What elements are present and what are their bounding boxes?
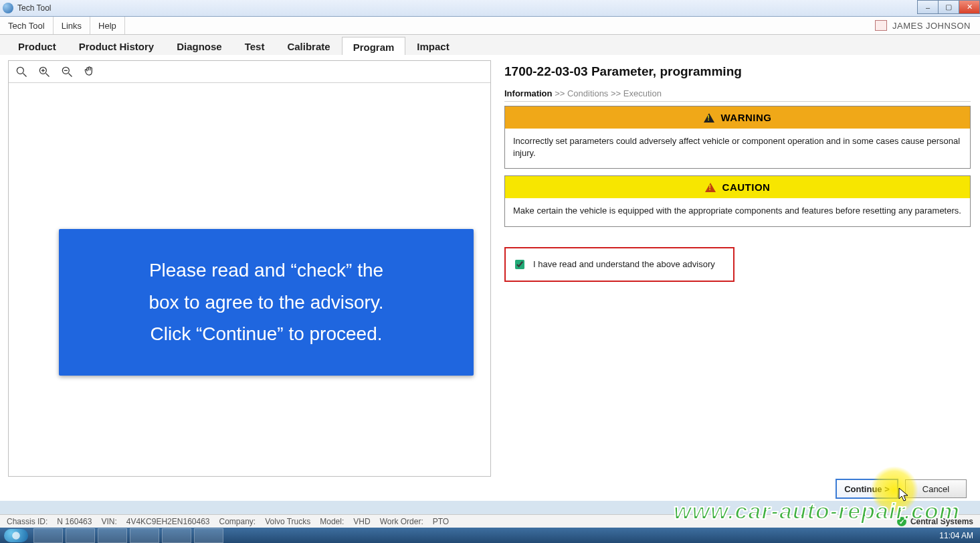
breadcrumb-execution[interactable]: Execution bbox=[623, 88, 662, 98]
overlay-line1: Please read and “check” the bbox=[79, 254, 454, 287]
tab-calibrate[interactable]: Calibrate bbox=[276, 36, 341, 56]
breadcrumb-conditions[interactable]: Conditions bbox=[567, 88, 608, 98]
caution-title: CAUTION bbox=[722, 181, 771, 193]
company-value: Volvo Trucks bbox=[265, 517, 310, 526]
central-systems-label: Central Systems bbox=[910, 517, 973, 526]
continue-button[interactable]: Continue > bbox=[836, 479, 898, 499]
breadcrumb: Information >> Conditions >> Execution bbox=[504, 88, 971, 102]
workorder-value: PTO bbox=[433, 517, 449, 526]
menu-links[interactable]: Links bbox=[54, 17, 90, 34]
close-button[interactable]: ✕ bbox=[959, 0, 980, 14]
titlebar: Tech Tool – ▢ ✕ bbox=[0, 0, 980, 17]
workorder-label: Work Order: bbox=[380, 517, 423, 526]
svg-line-1 bbox=[23, 74, 27, 77]
acknowledgment-label: I have read and understand the above adv… bbox=[533, 259, 715, 269]
button-bar: Continue > Cancel bbox=[0, 477, 980, 501]
company-label: Company: bbox=[219, 517, 256, 526]
start-button[interactable] bbox=[4, 529, 28, 542]
taskbar-item[interactable] bbox=[162, 528, 191, 543]
taskbar-item[interactable] bbox=[98, 528, 127, 543]
acknowledgment-row[interactable]: I have read and understand the above adv… bbox=[504, 247, 734, 282]
caution-header: CAUTION bbox=[505, 176, 970, 198]
central-systems-status: ✓ Central Systems bbox=[897, 517, 973, 526]
pan-hand-icon[interactable] bbox=[81, 64, 98, 79]
warning-title: WARNING bbox=[721, 112, 772, 123]
svg-line-7 bbox=[69, 74, 72, 77]
zoom-in-icon[interactable] bbox=[35, 64, 53, 79]
zoom-fit-icon[interactable] bbox=[13, 64, 30, 79]
tabs-row: Product Product History Diagnose Test Ca… bbox=[0, 35, 980, 57]
tab-program[interactable]: Program bbox=[342, 37, 406, 57]
status-strip: Chassis ID: N 160463 VIN: 4V4KC9EH2EN160… bbox=[0, 514, 980, 528]
warning-box: WARNING Incorrectly set parameters could… bbox=[504, 106, 971, 169]
taskbar-item[interactable] bbox=[33, 528, 63, 543]
breadcrumb-information[interactable]: Information bbox=[504, 88, 553, 98]
tab-impact[interactable]: Impact bbox=[405, 36, 460, 56]
taskbar-clock[interactable]: 11:04 AM bbox=[939, 531, 976, 540]
chassis-label: Chassis ID: bbox=[7, 517, 47, 526]
overlay-line3: Click “Continue” to proceed. bbox=[79, 318, 454, 350]
vin-label: VIN: bbox=[101, 517, 116, 526]
windows-logo-icon bbox=[11, 531, 21, 540]
warning-body: Incorrectly set parameters could adverse… bbox=[505, 129, 970, 168]
tab-product[interactable]: Product bbox=[7, 36, 68, 56]
app-icon bbox=[3, 3, 13, 13]
caution-icon bbox=[705, 183, 716, 192]
zoom-out-icon[interactable] bbox=[58, 64, 76, 79]
caution-body: Make certain the vehicle is equipped wit… bbox=[505, 198, 970, 226]
page-heading: 1700-22-03-03 Parameter, programming bbox=[504, 64, 971, 79]
svg-point-0 bbox=[17, 67, 23, 74]
breadcrumb-sep: >> bbox=[555, 88, 565, 98]
window-title: Tech Tool bbox=[17, 3, 51, 13]
menu-techtool[interactable]: Tech Tool bbox=[0, 17, 54, 34]
status-ok-icon: ✓ bbox=[897, 517, 906, 526]
maximize-button[interactable]: ▢ bbox=[938, 0, 959, 14]
menubar: Tech Tool Links Help JAMES JOHNSON bbox=[0, 17, 980, 35]
right-pane: 1700-22-03-03 Parameter, programming Inf… bbox=[491, 55, 980, 482]
instruction-overlay: Please read and “check” the box to agree… bbox=[59, 229, 474, 376]
svg-line-3 bbox=[46, 74, 50, 77]
tab-diagnose[interactable]: Diagnose bbox=[165, 36, 233, 56]
menu-help[interactable]: Help bbox=[90, 17, 125, 34]
svg-point-9 bbox=[12, 532, 20, 540]
left-toolbar bbox=[9, 61, 490, 83]
overlay-line2: box to agree to the advisory. bbox=[79, 287, 454, 319]
warning-header: WARNING bbox=[505, 106, 970, 129]
user-box: JAMES JOHNSON bbox=[866, 17, 980, 34]
tab-test[interactable]: Test bbox=[233, 36, 276, 56]
vin-value: 4V4KC9EH2EN160463 bbox=[126, 517, 210, 526]
warning-icon bbox=[704, 113, 714, 123]
window-controls: – ▢ ✕ bbox=[918, 0, 980, 13]
breadcrumb-sep: >> bbox=[611, 88, 621, 98]
tab-product-history[interactable]: Product History bbox=[68, 36, 166, 56]
cancel-button[interactable]: Cancel bbox=[905, 479, 967, 498]
acknowledgment-checkbox[interactable] bbox=[515, 260, 524, 269]
chassis-value: N 160463 bbox=[57, 517, 92, 526]
model-value: VHD bbox=[353, 517, 370, 526]
taskbar: 11:04 AM bbox=[0, 528, 980, 543]
taskbar-item[interactable] bbox=[194, 528, 223, 543]
taskbar-item[interactable] bbox=[66, 528, 95, 543]
user-name: JAMES JOHNSON bbox=[892, 21, 971, 31]
taskbar-item[interactable] bbox=[130, 528, 159, 543]
model-label: Model: bbox=[320, 517, 344, 526]
user-icon bbox=[875, 20, 887, 31]
caution-box: CAUTION Make certain the vehicle is equi… bbox=[504, 175, 971, 227]
minimize-button[interactable]: – bbox=[917, 0, 939, 14]
